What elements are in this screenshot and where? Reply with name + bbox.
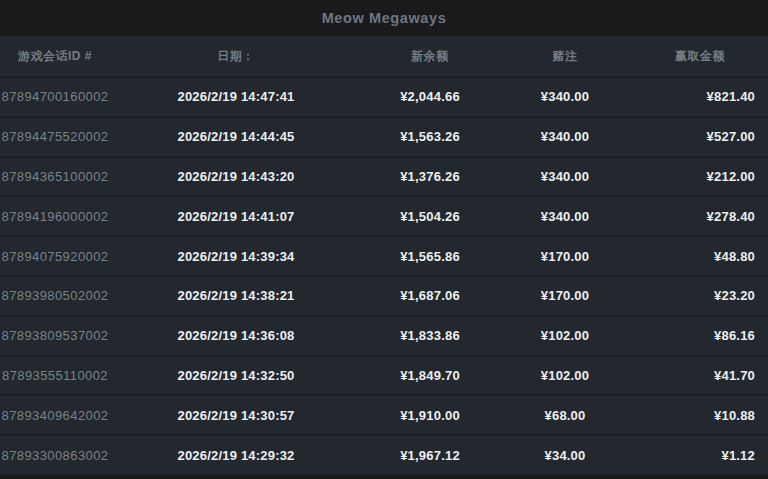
date-cell: 2026/2/19 14:38:21 [110,288,362,303]
session-id-cell: 87894196000002 [0,209,110,224]
date-cell: 2026/2/19 14:36:08 [110,328,362,343]
column-header-win: 赢取金额 [632,48,768,65]
session-history-table: 游戏会话ID # 日期： 新余额 赌注 赢取金额 87894700160002 … [0,36,768,476]
bet-cell: ¥170.00 [498,288,632,303]
table-row: 87894700160002 2026/2/19 14:47:41 ¥2,044… [0,78,768,118]
bet-cell: ¥340.00 [498,129,632,144]
page-title: Meow Megaways [322,10,447,26]
date-cell: 2026/2/19 14:47:41 [110,89,362,104]
balance-cell: ¥2,044.66 [362,89,498,104]
bet-cell: ¥340.00 [498,169,632,184]
bet-cell: ¥340.00 [498,209,632,224]
balance-cell: ¥1,967.12 [362,448,498,463]
table-row: 87893300863002 2026/2/19 14:29:32 ¥1,967… [0,436,768,476]
bet-cell: ¥34.00 [498,448,632,463]
win-cell: ¥1.12 [632,448,768,463]
session-id-cell: 87894475520002 [0,129,110,144]
table-row: 87894196000002 2026/2/19 14:41:07 ¥1,504… [0,197,768,237]
session-id-cell: 87893409642002 [0,408,110,423]
win-cell: ¥86.16 [632,328,768,343]
session-id-cell: 87894075920002 [0,249,110,264]
table-row: 87894075920002 2026/2/19 14:39:34 ¥1,565… [0,237,768,277]
win-cell: ¥527.00 [632,129,768,144]
table-row: 87893555110002 2026/2/19 14:32:50 ¥1,849… [0,357,768,397]
win-cell: ¥10.88 [632,408,768,423]
column-header-date: 日期： [110,48,362,65]
balance-cell: ¥1,565.86 [362,249,498,264]
date-cell: 2026/2/19 14:43:20 [110,169,362,184]
session-id-cell: 87893809537002 [0,328,110,343]
bet-cell: ¥102.00 [498,328,632,343]
session-id-cell: 87893555110002 [0,368,110,383]
bet-cell: ¥68.00 [498,408,632,423]
date-cell: 2026/2/19 14:32:50 [110,368,362,383]
table-header-row: 游戏会话ID # 日期： 新余额 赌注 赢取金额 [0,36,768,78]
session-id-cell: 87893980502002 [0,288,110,303]
balance-cell: ¥1,504.26 [362,209,498,224]
column-header-balance: 新余额 [362,48,498,65]
balance-cell: ¥1,563.26 [362,129,498,144]
balance-cell: ¥1,833.86 [362,328,498,343]
session-id-cell: 87894700160002 [0,89,110,104]
column-header-bet: 赌注 [498,48,632,65]
table-row: 87893409642002 2026/2/19 14:30:57 ¥1,910… [0,396,768,436]
column-header-session-id: 游戏会话ID # [0,48,110,65]
table-row: 87894365100002 2026/2/19 14:43:20 ¥1,376… [0,158,768,198]
win-cell: ¥48.80 [632,249,768,264]
balance-cell: ¥1,910.00 [362,408,498,423]
session-id-cell: 87893300863002 [0,448,110,463]
win-cell: ¥212.00 [632,169,768,184]
table-row: 87894475520002 2026/2/19 14:44:45 ¥1,563… [0,118,768,158]
date-cell: 2026/2/19 14:29:32 [110,448,362,463]
bet-cell: ¥170.00 [498,249,632,264]
balance-cell: ¥1,376.26 [362,169,498,184]
table-row: 87893980502002 2026/2/19 14:38:21 ¥1,687… [0,277,768,317]
title-bar: Meow Megaways [0,0,768,36]
bet-cell: ¥340.00 [498,89,632,104]
date-cell: 2026/2/19 14:41:07 [110,209,362,224]
balance-cell: ¥1,687.06 [362,288,498,303]
win-cell: ¥821.40 [632,89,768,104]
date-cell: 2026/2/19 14:44:45 [110,129,362,144]
session-id-cell: 87894365100002 [0,169,110,184]
balance-cell: ¥1,849.70 [362,368,498,383]
date-cell: 2026/2/19 14:30:57 [110,408,362,423]
date-cell: 2026/2/19 14:39:34 [110,249,362,264]
table-body: 87894700160002 2026/2/19 14:47:41 ¥2,044… [0,78,768,476]
bet-cell: ¥102.00 [498,368,632,383]
table-row: 87893809537002 2026/2/19 14:36:08 ¥1,833… [0,317,768,357]
win-cell: ¥23.20 [632,288,768,303]
win-cell: ¥41.70 [632,368,768,383]
win-cell: ¥278.40 [632,209,768,224]
